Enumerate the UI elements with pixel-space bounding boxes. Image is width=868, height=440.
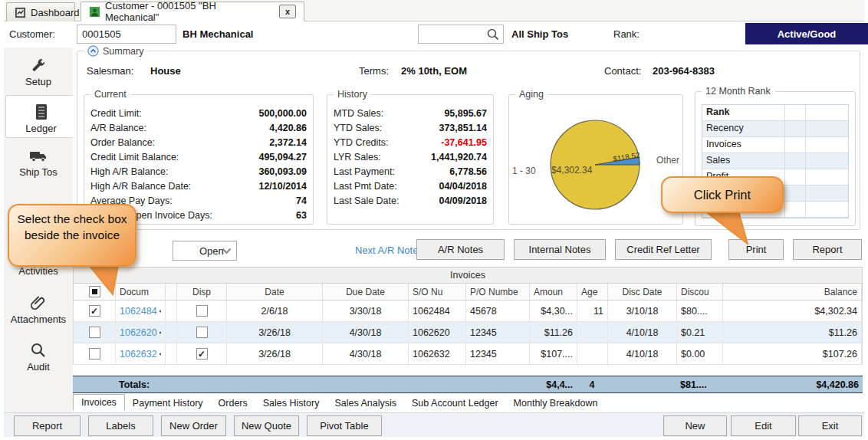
new-button[interactable]: New xyxy=(663,415,727,436)
summary-group-title: Summary xyxy=(84,45,147,57)
customer-bar: Customer: BH Mechanical All Ship Tos Ran… xyxy=(4,21,864,48)
col-header[interactable]: Amoun xyxy=(530,284,577,300)
col-header[interactable]: Age xyxy=(577,284,608,300)
collapse-chevron-up-icon[interactable] xyxy=(87,45,99,57)
pivot-table-button[interactable]: Pivot Table xyxy=(307,415,382,436)
history-row: Last Sale Date:04/09/2018 xyxy=(334,193,487,208)
col-header[interactable]: Date xyxy=(227,284,323,300)
sidebar-item-ship-tos[interactable]: Ship Tos xyxy=(4,149,73,178)
tab-invoices[interactable]: Invoices xyxy=(73,394,125,411)
search-input[interactable] xyxy=(418,25,504,44)
aging-panel-title: Aging xyxy=(519,89,544,100)
contact-label: Contact: xyxy=(604,65,641,77)
tab-sales-history[interactable]: Sales History xyxy=(255,396,327,411)
col-header[interactable]: Balance xyxy=(723,284,862,300)
select-checkbox[interactable]: ✓ xyxy=(89,305,100,317)
totals-balance: $4,420.86 xyxy=(722,379,863,390)
aging-panel: Aging $4,302.34 $118.52 1 - 30 Other xyxy=(508,94,683,225)
callout-print-tail xyxy=(694,210,755,245)
chevron-down-icon xyxy=(222,248,232,255)
tab-orders[interactable]: Orders xyxy=(211,396,255,411)
sidebar-item-attachments[interactable]: Attachments xyxy=(4,294,73,325)
totals-amount: $4,4... xyxy=(529,379,577,390)
wrench-icon xyxy=(30,57,47,74)
ledger-icon xyxy=(34,103,49,120)
invoices-header-row: Docum Disp Date Due Date S/O Nu P/O Numb… xyxy=(73,284,863,300)
document-icon[interactable] xyxy=(159,327,161,338)
document-icon[interactable] xyxy=(159,349,161,360)
invoice-number-link[interactable]: 1062632 xyxy=(120,349,157,360)
magnifier-icon xyxy=(30,342,47,359)
tab-sales-analysis[interactable]: Sales Analysis xyxy=(327,396,404,411)
all-ship-tos-label: All Ship Tos xyxy=(511,28,568,40)
report-bottom-button[interactable]: Report xyxy=(14,415,81,436)
col-header-spacer xyxy=(166,284,177,300)
col-header[interactable]: Due Date xyxy=(323,284,409,300)
totals-row: Totals: $4,4... 4 $81.... $4,420.86 xyxy=(73,376,863,393)
current-row: Order Balance:2,372.14 xyxy=(90,135,307,149)
edit-button[interactable]: Edit xyxy=(731,415,796,436)
customer-name: BH Mechanical xyxy=(182,28,253,40)
pie-slice2-category-label: Other xyxy=(656,155,679,166)
col-header[interactable]: Disp xyxy=(177,284,227,300)
rank-status-badge: Active/Good xyxy=(745,23,868,44)
customer-label: Customer: xyxy=(9,28,55,40)
history-row: Last Payment:6,778.56 xyxy=(334,164,487,179)
customer-number-input[interactable] xyxy=(77,25,176,44)
select-checkbox[interactable] xyxy=(89,327,100,338)
invoices-table: Invoices Docum Disp Date Due Date S/O Nu… xyxy=(73,267,863,365)
disp-checkbox[interactable] xyxy=(196,327,208,338)
col-header[interactable]: Discou xyxy=(677,284,723,300)
sidebar-item-activities[interactable]: Activities xyxy=(4,265,73,277)
paperclip-icon xyxy=(30,294,47,311)
callout-click-print: Click Print xyxy=(661,176,784,213)
salesman-value: House xyxy=(150,65,181,77)
new-order-button[interactable]: New Order xyxy=(161,415,226,436)
document-icon[interactable] xyxy=(159,306,161,317)
sidebar-item-label: Audit xyxy=(27,361,50,373)
history-row: MTD Sales:95,895.67 xyxy=(334,106,487,120)
pie-slice1-category-label: 1 - 30 xyxy=(512,166,536,176)
col-header[interactable]: S/O Nu xyxy=(409,284,466,300)
rank-table-row: Sales xyxy=(702,153,848,169)
sidebar-item-audit[interactable]: Audit xyxy=(4,342,73,373)
invoice-number-link[interactable]: 1062484 xyxy=(120,306,157,317)
sidebar-item-setup[interactable]: Setup xyxy=(4,57,73,87)
tab-dashboard[interactable]: Dashboard xyxy=(6,2,75,21)
new-quote-button[interactable]: New Quote xyxy=(234,415,299,436)
ytd-credits-negative-value: -37,641.95 xyxy=(441,137,487,148)
select-checkbox[interactable] xyxy=(89,348,100,360)
current-row: Credit Limit:500,000.00 xyxy=(90,106,307,120)
tab-payment-history[interactable]: Payment History xyxy=(125,396,211,411)
invoice-number-link[interactable]: 1062620 xyxy=(120,327,157,338)
internal-notes-button[interactable]: Internal Notes xyxy=(514,239,606,260)
history-row: YTD Credits:-37,641.95 xyxy=(334,135,487,149)
bottom-button-bar: Report Labels New Order New Quote Pivot … xyxy=(4,412,864,437)
search-icon xyxy=(486,28,500,41)
report-button[interactable]: Report xyxy=(793,239,862,260)
current-row: A/R Balance:4,420.86 xyxy=(90,120,307,135)
ar-notes-button[interactable]: A/R Notes xyxy=(416,239,505,260)
sidebar-item-label: Setup xyxy=(25,76,51,87)
invoice-filter-dropdown[interactable]: Open xyxy=(173,241,237,261)
tab-label: Customer - 0001505 "BH Mechanical" xyxy=(105,0,270,23)
disp-checkbox[interactable]: ✓ xyxy=(196,348,208,360)
tab-monthly-breakdown[interactable]: Monthly Breakdown xyxy=(506,396,606,411)
terms-value: 2% 10th, EOM xyxy=(401,65,467,77)
tab-customer[interactable]: Customer - 0001505 "BH Mechanical" x xyxy=(81,2,304,21)
rank-table-row: Rank xyxy=(702,105,848,121)
col-header[interactable]: P/O Numbe xyxy=(466,284,530,300)
customer-icon xyxy=(89,6,100,18)
dashboard-icon xyxy=(15,7,26,18)
totals-label: Totals: xyxy=(115,379,165,390)
exit-button[interactable]: Exit xyxy=(798,415,862,436)
invoice-row: ✓ 1062484 2/6/18 3/30/18 1062484 45678 $… xyxy=(73,300,863,322)
terms-label: Terms: xyxy=(359,65,389,77)
disp-checkbox[interactable] xyxy=(196,305,208,317)
labels-button[interactable]: Labels xyxy=(88,415,153,436)
close-icon[interactable]: x xyxy=(279,5,296,18)
invoices-table-title: Invoices xyxy=(73,267,863,284)
tab-sub-account-ledger[interactable]: Sub Account Ledger xyxy=(404,396,506,411)
col-header[interactable]: Disc Date xyxy=(608,284,677,300)
sidebar-item-ledger[interactable]: Ledger xyxy=(5,95,76,138)
